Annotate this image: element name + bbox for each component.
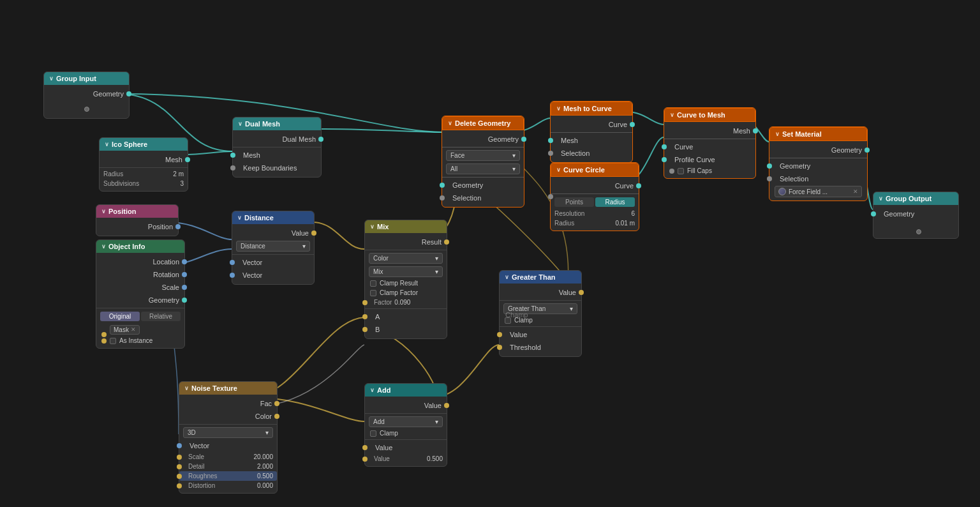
mesh-to-curve-node: ∨ Mesh to Curve Curve Mesh Selection <box>550 101 633 163</box>
socket-go-empty <box>916 229 921 234</box>
socket-mix-b-in[interactable] <box>362 327 368 332</box>
socket-dist-out[interactable] <box>311 231 316 236</box>
group-output-node: ∨ Group Output Geometry <box>873 192 959 239</box>
curve-circle-node: ∨ Curve Circle Curve Points Radius Resol… <box>550 162 639 231</box>
socket-nt-rough-in[interactable] <box>177 474 182 479</box>
gt-clamp-check[interactable] <box>505 317 511 324</box>
all-dropdown[interactable]: All▾ <box>446 163 520 174</box>
socket-mix-out[interactable] <box>444 239 449 245</box>
mix-header: ∨ Mix <box>365 220 447 233</box>
object-info-header: ∨ Object Info <box>96 240 184 253</box>
socket-sm-sel-in[interactable] <box>767 176 772 181</box>
socket-nt-detail-in[interactable] <box>177 464 182 469</box>
mix-node: ∨ Mix Result Color▾ Mix▾ Clamp Result <box>364 220 447 339</box>
socket-mtc-out[interactable] <box>630 122 635 127</box>
socket-gt-thresh-in[interactable] <box>497 345 502 350</box>
socket-gt-out[interactable] <box>579 290 584 295</box>
socket-gt-val-in[interactable] <box>497 332 502 337</box>
socket-del-sel-in[interactable] <box>440 195 445 201</box>
face-dropdown[interactable]: Face▾ <box>446 150 520 161</box>
mix-color-dropdown[interactable]: Color▾ <box>369 253 443 264</box>
socket-nt-dist-in[interactable] <box>177 483 182 488</box>
points-btn[interactable]: Points <box>554 197 594 207</box>
group-output-title: Group Output <box>886 195 932 202</box>
socket-add-val2-in[interactable] <box>362 457 368 462</box>
socket-del-geo-out[interactable] <box>521 137 526 142</box>
socket-nt-color-out[interactable] <box>274 414 279 419</box>
relative-btn[interactable]: Relative <box>141 312 181 321</box>
socket-mtc-mesh-in[interactable] <box>548 138 553 143</box>
socket-keep-boundaries-in[interactable] <box>230 165 235 170</box>
socket-oi-geo-out[interactable] <box>182 298 187 303</box>
position-header: ∨ Position <box>96 205 178 218</box>
group-input-title: Group Input <box>56 75 96 82</box>
set-material-header: ∨ Set Material <box>769 127 867 141</box>
as-instance-check[interactable] <box>110 338 116 344</box>
socket-cc-out[interactable] <box>636 183 641 188</box>
clamp-factor-check[interactable] <box>370 290 376 296</box>
socket-nt-vec-in[interactable] <box>177 443 182 448</box>
socket-geometry-out[interactable] <box>126 91 131 96</box>
noise-texture-header: ∨ Noise Texture <box>179 382 277 395</box>
radius-btn[interactable]: Radius <box>595 197 635 207</box>
fill-caps-check[interactable] <box>678 168 684 174</box>
socket-dist-vec2-in[interactable] <box>230 273 235 278</box>
greater-than-header: ∨ Greater Than <box>500 271 581 284</box>
group-input-node: ∨ Group Input Geometry <box>43 72 130 119</box>
original-btn[interactable]: Original <box>100 312 140 321</box>
socket-add-val-in[interactable] <box>362 445 368 450</box>
noise-texture-node: ∨ Noise Texture Fac Color 3D▾ Vector <box>179 381 278 494</box>
socket-ctm-fillcaps-in[interactable] <box>669 169 674 174</box>
socket-pos-out[interactable] <box>175 224 181 229</box>
nt-3d-dropdown[interactable]: 3D▾ <box>183 427 273 438</box>
curve-to-mesh-node: ∨ Curve to Mesh Mesh Curve Profile Curve… <box>664 107 756 179</box>
set-material-node: ∨ Set Material Geometry Geometry Selecti… <box>769 126 868 201</box>
ico-sphere-node: ∨ Ico Sphere Mesh Radius 2 m Subdivision… <box>99 137 188 192</box>
group-input-header: ∨ Group Input <box>44 72 129 85</box>
socket-nt-fac-out[interactable] <box>274 401 279 406</box>
curve-circle-header: ∨ Curve Circle <box>551 163 639 177</box>
dual-mesh-header: ∨ Dual Mesh <box>233 117 321 130</box>
socket-dist-vec1-in[interactable] <box>230 260 235 265</box>
socket-add-out[interactable] <box>444 403 449 408</box>
socket-go-geo-in[interactable] <box>871 211 876 216</box>
node-editor-canvas: ∨ Group Input Geometry ∨ Ico Sphere Mesh <box>0 0 980 507</box>
socket-mix-factor-in[interactable] <box>362 300 368 305</box>
socket-nt-scale-in[interactable] <box>177 455 182 460</box>
delete-geometry-header: ∨ Delete Geometry <box>442 116 524 130</box>
socket-oi-loc-out[interactable] <box>182 259 187 264</box>
socket-cc-radius-in[interactable] <box>548 194 553 199</box>
socket-mesh-in[interactable] <box>230 153 235 158</box>
add-type-dropdown[interactable]: Add▾ <box>369 416 443 427</box>
socket-ctm-out[interactable] <box>753 128 758 133</box>
mask-remove-btn[interactable]: ✕ <box>131 326 136 333</box>
group-output-header: ∨ Group Output <box>873 192 958 205</box>
socket-oi-scale-out[interactable] <box>182 285 187 290</box>
socket-mtc-sel-in[interactable] <box>548 151 553 156</box>
socket-mix-a-in[interactable] <box>362 314 368 319</box>
socket-del-geo-in[interactable] <box>440 183 445 188</box>
socket-sm-geo-in[interactable] <box>767 163 772 169</box>
add-header: ∨ Add <box>365 384 447 397</box>
distance-dropdown[interactable]: Distance▾ <box>236 241 310 252</box>
material-icon <box>778 188 786 195</box>
group-input-geometry-row: Geometry <box>44 87 129 100</box>
gt-dropdown[interactable]: Greater Than▾ <box>503 303 577 314</box>
clamp-result-check[interactable] <box>370 280 376 287</box>
mix-type-dropdown[interactable]: Mix▾ <box>369 266 443 277</box>
object-info-node: ∨ Object Info Location Rotation Scale Ge… <box>96 239 185 349</box>
ico-sphere-header: ∨ Ico Sphere <box>100 138 188 151</box>
socket-sm-out[interactable] <box>865 148 870 153</box>
greater-than-node: ∨ Greater Than Value Greater Than▾ Clamp… <box>499 270 582 357</box>
socket-mesh-out[interactable] <box>185 157 190 162</box>
socket-oi-ai-in[interactable] <box>101 338 107 344</box>
socket-ctm-curve-in[interactable] <box>662 144 667 149</box>
socket-oi-rot-out[interactable] <box>182 272 187 277</box>
distance-header: ∨ Distance <box>232 211 314 224</box>
distance-node: ∨ Distance Value Distance▾ Vector Vector <box>232 211 315 285</box>
material-remove-btn[interactable]: ✕ <box>853 188 858 195</box>
socket-oi-mask-in[interactable] <box>101 332 107 337</box>
socket-dual-mesh-out[interactable] <box>318 137 323 142</box>
socket-ctm-profile-in[interactable] <box>662 157 667 162</box>
add-clamp-check[interactable] <box>370 430 376 437</box>
